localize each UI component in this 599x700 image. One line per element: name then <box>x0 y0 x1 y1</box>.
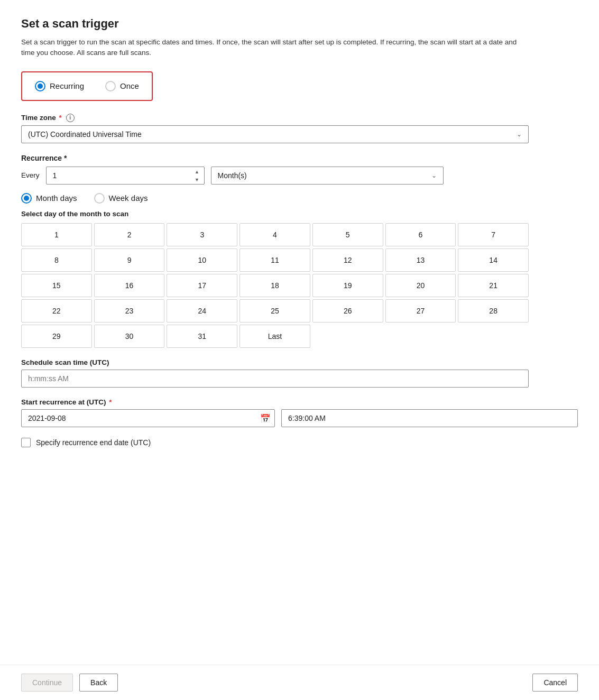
start-recurrence-required: * <box>109 398 112 406</box>
start-date-input[interactable] <box>21 409 275 427</box>
calendar-day-24[interactable]: 24 <box>167 299 237 323</box>
recurrence-period-dropdown[interactable]: Month(s) ⌄ <box>211 167 444 185</box>
radio-week-days[interactable]: Week days <box>94 193 148 204</box>
calendar-day-9[interactable]: 9 <box>94 248 165 272</box>
timezone-value: (UTC) Coordinated Universal Time <box>28 130 142 139</box>
footer-left: Continue Back <box>21 674 118 692</box>
calendar-day-3[interactable]: 3 <box>167 223 237 246</box>
calendar-empty-cell <box>385 325 456 348</box>
recurrence-row: Every ▲ ▼ Month(s) ⌄ <box>21 167 578 185</box>
calendar-day-2[interactable]: 2 <box>94 223 165 246</box>
radio-month-days[interactable]: Month days <box>21 193 77 204</box>
page-description: Set a scan trigger to run the scan at sp… <box>21 37 529 59</box>
spin-up-button[interactable]: ▲ <box>192 168 202 175</box>
radio-month-days-circle[interactable] <box>21 193 32 204</box>
calendar-label: Select day of the month to scan <box>21 210 578 218</box>
end-date-row: Specify recurrence end date (UTC) <box>21 438 578 447</box>
schedule-time-section: Schedule scan time (UTC) <box>21 358 578 388</box>
date-input-wrapper: 📅 <box>21 409 275 427</box>
calendar-day-11[interactable]: 11 <box>239 248 310 272</box>
calendar-empty-cell <box>312 325 383 348</box>
timezone-dropdown-arrow: ⌄ <box>517 131 522 138</box>
calendar-day-30[interactable]: 30 <box>94 325 165 348</box>
start-recurrence-label: Start recurrence at (UTC) * <box>21 398 578 406</box>
radio-recurring-label: Recurring <box>50 81 84 90</box>
footer: Continue Back Cancel <box>0 665 599 700</box>
calendar-grid: 1234567891011121314151617181920212223242… <box>21 223 529 348</box>
start-recurrence-row: 📅 <box>21 409 578 427</box>
calendar-day-25[interactable]: 25 <box>239 299 310 323</box>
timezone-info-icon[interactable]: i <box>66 114 75 122</box>
radio-once[interactable]: Once <box>105 81 139 91</box>
trigger-options-box: Recurring Once <box>21 71 153 101</box>
calendar-day-4[interactable]: 4 <box>239 223 310 246</box>
calendar-day-10[interactable]: 10 <box>167 248 237 272</box>
radio-recurring[interactable]: Recurring <box>35 81 84 91</box>
recurrence-period-value: Month(s) <box>218 171 247 180</box>
radio-month-days-label: Month days <box>36 194 77 202</box>
calendar-day-21[interactable]: 21 <box>458 274 529 297</box>
timezone-dropdown[interactable]: (UTC) Coordinated Universal Time ⌄ <box>21 125 529 143</box>
day-type-row: Month days Week days <box>21 193 578 204</box>
calendar-day-17[interactable]: 17 <box>167 274 237 297</box>
calendar-day-8[interactable]: 8 <box>21 248 92 272</box>
every-label: Every <box>21 171 40 179</box>
end-date-checkbox[interactable] <box>21 438 31 447</box>
radio-week-days-circle[interactable] <box>94 193 105 204</box>
timezone-required: * <box>59 114 62 122</box>
calendar-day-14[interactable]: 14 <box>458 248 529 272</box>
calendar-day-23[interactable]: 23 <box>94 299 165 323</box>
calendar-day-5[interactable]: 5 <box>312 223 383 246</box>
timezone-label: Time zone * i <box>21 114 578 122</box>
cancel-button[interactable]: Cancel <box>532 674 578 692</box>
calendar-day-26[interactable]: 26 <box>312 299 383 323</box>
recurrence-period-arrow: ⌄ <box>431 172 437 179</box>
calendar-day-6[interactable]: 6 <box>385 223 456 246</box>
radio-once-circle[interactable] <box>105 81 116 91</box>
calendar-day-31[interactable]: 31 <box>167 325 237 348</box>
radio-once-label: Once <box>120 81 139 90</box>
calendar-section: Select day of the month to scan 12345678… <box>21 210 578 348</box>
calendar-day-13[interactable]: 13 <box>385 248 456 272</box>
every-input[interactable] <box>46 167 205 185</box>
calendar-day-12[interactable]: 12 <box>312 248 383 272</box>
calendar-day-18[interactable]: 18 <box>239 274 310 297</box>
start-time-input[interactable] <box>281 409 578 427</box>
spin-down-button[interactable]: ▼ <box>192 176 202 183</box>
radio-week-days-label: Week days <box>109 194 148 202</box>
calendar-day-22[interactable]: 22 <box>21 299 92 323</box>
calendar-day-20[interactable]: 20 <box>385 274 456 297</box>
schedule-time-label: Schedule scan time (UTC) <box>21 358 578 366</box>
calendar-day-15[interactable]: 15 <box>21 274 92 297</box>
continue-button[interactable]: Continue <box>21 674 73 692</box>
recurrence-section: Recurrence * Every ▲ ▼ Month(s) ⌄ <box>21 154 578 348</box>
calendar-day-7[interactable]: 7 <box>458 223 529 246</box>
calendar-day-Last[interactable]: Last <box>239 325 310 348</box>
every-input-wrapper: ▲ ▼ <box>46 167 205 185</box>
calendar-day-1[interactable]: 1 <box>21 223 92 246</box>
end-date-label: Specify recurrence end date (UTC) <box>36 438 151 447</box>
spin-buttons: ▲ ▼ <box>192 168 202 183</box>
main-content: Set a scan trigger Set a scan trigger to… <box>0 0 599 665</box>
start-recurrence-section: Start recurrence at (UTC) * 📅 <box>21 398 578 427</box>
page-title: Set a scan trigger <box>21 17 578 31</box>
calendar-day-19[interactable]: 19 <box>312 274 383 297</box>
radio-recurring-circle[interactable] <box>35 81 45 91</box>
calendar-day-16[interactable]: 16 <box>94 274 165 297</box>
calendar-day-28[interactable]: 28 <box>458 299 529 323</box>
calendar-empty-cell <box>458 325 529 348</box>
recurrence-label: Recurrence * <box>21 154 578 162</box>
schedule-time-input[interactable] <box>21 370 529 388</box>
calendar-day-27[interactable]: 27 <box>385 299 456 323</box>
calendar-icon-button[interactable]: 📅 <box>260 413 271 423</box>
timezone-section: Time zone * i (UTC) Coordinated Universa… <box>21 114 578 143</box>
recurrence-required: * <box>64 154 67 162</box>
back-button[interactable]: Back <box>79 674 118 692</box>
calendar-day-29[interactable]: 29 <box>21 325 92 348</box>
page-container: Set a scan trigger Set a scan trigger to… <box>0 0 599 700</box>
